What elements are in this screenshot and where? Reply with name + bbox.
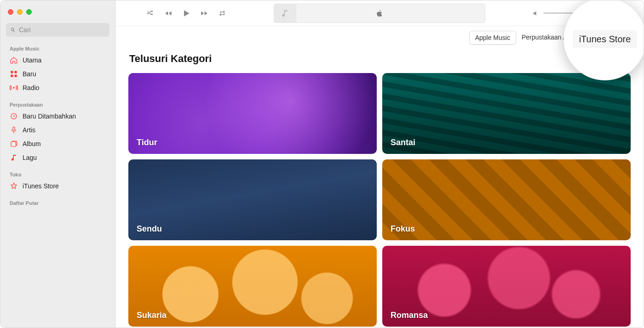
transport-controls <box>145 8 227 18</box>
sidebar-section-perpustakaan: Perpustakaan <box>0 99 115 109</box>
category-card-sukaria[interactable]: Sukaria <box>128 246 377 327</box>
previous-icon[interactable] <box>163 9 173 17</box>
repeat-icon[interactable] <box>218 9 227 17</box>
apple-logo-icon <box>375 9 384 18</box>
callout-label: iTunes Store <box>573 30 638 48</box>
volume-low-icon <box>532 10 540 17</box>
album-icon <box>10 140 18 148</box>
sidebar-item-baru-ditambahkan[interactable]: Baru Ditambahkan <box>0 109 115 123</box>
sidebar-item-album[interactable]: Album <box>0 137 115 151</box>
lcd-artwork-placeholder <box>274 4 296 23</box>
category-card-fokus[interactable]: Fokus <box>382 159 631 240</box>
next-icon[interactable] <box>199 9 209 17</box>
category-label: Sukaria <box>137 311 167 320</box>
sidebar-item-baru[interactable]: Baru <box>0 67 115 81</box>
content-scroll: Telusuri Kategori Tidur Santai Sendu Fok… <box>115 45 644 328</box>
svg-rect-6 <box>13 127 15 130</box>
sidebar-item-radio[interactable]: Radio <box>0 81 115 95</box>
category-label: Tidur <box>137 138 157 147</box>
star-icon <box>10 182 18 190</box>
music-note-icon <box>281 9 290 18</box>
sidebar-item-label: Baru <box>23 70 36 78</box>
category-label: Romansa <box>391 311 428 320</box>
sidebar-item-label: Lagu <box>23 154 37 161</box>
home-icon <box>10 56 18 64</box>
svg-rect-3 <box>15 75 17 77</box>
category-card-romansa[interactable]: Romansa <box>382 246 631 327</box>
sidebar-item-lagu[interactable]: Lagu <box>0 151 115 164</box>
category-label: Santai <box>391 138 415 147</box>
main-area: Apple Music Perpustakaan Anda iTunes Sto… <box>115 0 644 328</box>
minimize-window-button[interactable] <box>17 9 23 15</box>
search-input[interactable] <box>19 26 106 34</box>
sidebar-item-label: Utama <box>23 57 41 64</box>
sidebar-item-label: iTunes Store <box>23 182 59 190</box>
close-window-button[interactable] <box>8 9 13 15</box>
category-card-tidur[interactable]: Tidur <box>128 73 377 154</box>
category-card-santai[interactable]: Santai <box>382 73 631 154</box>
mic-icon <box>10 126 18 134</box>
sidebar-section-toko: Toko <box>0 169 115 179</box>
sidebar-section-daftar-putar: Daftar Putar <box>0 198 115 208</box>
page-title: Telusuri Kategori <box>129 53 631 65</box>
sidebar-section-apple-music: Apple Music <box>0 43 115 53</box>
play-icon[interactable] <box>182 8 191 18</box>
app-window: Apple Music Utama Baru Radio Perpustakaa… <box>0 0 644 328</box>
shuffle-icon[interactable] <box>145 9 155 17</box>
svg-rect-1 <box>15 71 17 73</box>
callout-magnifier: iTunes Store <box>564 0 644 80</box>
svg-rect-2 <box>11 75 13 77</box>
now-playing-lcd <box>274 4 485 23</box>
sidebar-item-artis[interactable]: Artis <box>0 123 115 137</box>
category-grid: Tidur Santai Sendu Fokus Sukaria Romansa <box>128 73 631 327</box>
fullscreen-window-button[interactable] <box>26 9 32 15</box>
window-controls <box>0 5 115 23</box>
sidebar-item-label: Album <box>23 140 41 147</box>
svg-rect-7 <box>11 142 16 147</box>
category-label: Fokus <box>391 224 415 234</box>
search-field[interactable] <box>6 23 109 37</box>
clock-icon <box>10 112 18 120</box>
search-icon <box>10 27 16 33</box>
sidebar-item-itunes-store[interactable]: iTunes Store <box>0 179 115 193</box>
sidebar-item-label: Baru Ditambahkan <box>23 113 76 120</box>
sidebar-item-utama[interactable]: Utama <box>0 53 115 67</box>
svg-point-4 <box>13 87 14 88</box>
svg-rect-0 <box>11 71 13 73</box>
category-card-sendu[interactable]: Sendu <box>128 159 377 240</box>
grid-icon <box>10 70 18 78</box>
sidebar-item-label: Artis <box>23 126 35 134</box>
note-icon <box>10 153 18 162</box>
sidebar: Apple Music Utama Baru Radio Perpustakaa… <box>0 0 115 328</box>
category-label: Sendu <box>137 224 162 234</box>
radio-icon <box>10 84 18 92</box>
top-toolbar <box>115 0 644 26</box>
tab-apple-music[interactable]: Apple Music <box>469 31 516 45</box>
sidebar-item-label: Radio <box>23 84 40 91</box>
